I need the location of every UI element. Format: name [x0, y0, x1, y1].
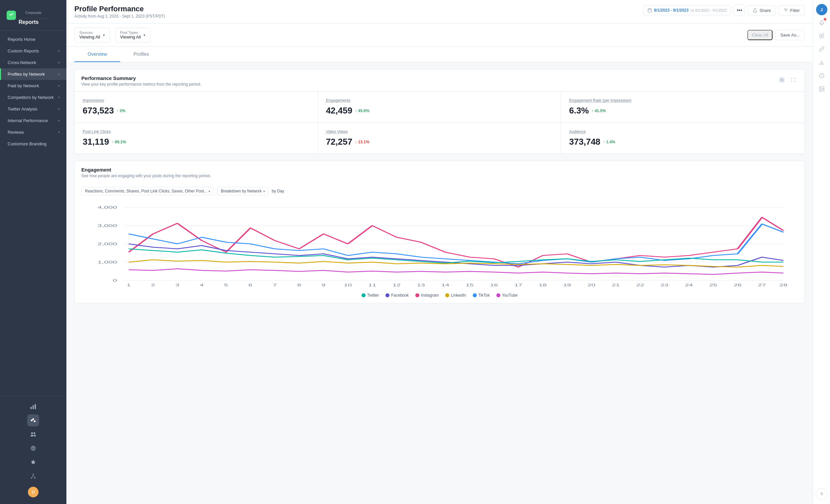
metric-post-link-clicks: Post Link Clicks 31,119 ↑ 89.1% [75, 123, 318, 154]
chevron-icon: ▾ [58, 72, 60, 76]
breakdown-chevron-icon: ▾ [263, 190, 265, 193]
more-options-button[interactable]: ••• [734, 5, 745, 16]
sidebar-item-cross-network[interactable]: Cross-Network ▾ [0, 57, 66, 68]
link-icon [819, 46, 825, 52]
legend-tiktok: TikTok [473, 293, 490, 298]
sidebar-bottom-icons: U [0, 396, 66, 504]
sidebar-item-reports-home[interactable]: Reports Home [0, 34, 66, 45]
save-as-button[interactable]: Save As... [775, 30, 805, 40]
nav-label-competitors-by-network: Competitors by Network [8, 95, 54, 100]
tab-overview[interactable]: Overview [74, 47, 120, 62]
sidebar-item-profiles-by-network[interactable]: Profiles by Network ▾ [0, 68, 66, 80]
metric-engagement-rate-label: Engagement Rate (per Impression) [569, 98, 796, 103]
post-types-label: Post Types [120, 31, 141, 34]
youtube-legend-dot [496, 293, 500, 297]
right-rail-help-button[interactable]: ? [816, 488, 828, 500]
sidebar-item-paid-by-network[interactable]: Paid by Network ▾ [0, 80, 66, 92]
svg-text:11: 11 [368, 283, 376, 287]
svg-text:12: 12 [393, 283, 401, 287]
sidebar-nav: Reports Home Custom Reports ▾ Cross-Netw… [0, 31, 66, 396]
svg-text:20: 20 [588, 283, 596, 287]
breakdown-dropdown[interactable]: Breakdown by Network ▾ [217, 187, 268, 195]
engagement-subtitle: See how people are engaging with your po… [81, 173, 211, 178]
nav-label-internal-performance: Internal Performance [8, 118, 48, 123]
calendar-icon [647, 8, 652, 12]
svg-rect-14 [782, 80, 784, 82]
metric-video-views-value: 72,257 ↓ 13.1% [326, 137, 553, 147]
svg-point-7 [33, 474, 34, 475]
sources-dropdown[interactable]: Sources Viewing All ▾ [74, 28, 110, 42]
svg-text:23: 23 [661, 283, 669, 287]
right-rail-edit-button[interactable] [816, 30, 828, 42]
metric-engagements-change: ↑ 45.6% [355, 108, 369, 113]
metrics-dropdown-value: Reactions, Comments, Shares, Post Link C… [85, 189, 207, 194]
date-range-button[interactable]: 8/1/2023 - 9/1/2023 vs 8/1/2022 - 9/1/20… [643, 5, 731, 15]
grid-view-button[interactable] [777, 75, 787, 85]
metrics-grid: Impressions 673,523 ↑ 3% Engagements 42,… [75, 91, 804, 154]
brand-label: Corporate [19, 5, 48, 19]
right-rail-clock-button[interactable] [816, 70, 828, 81]
sidebar-item-twitter-analysis[interactable]: Twitter Analysis ▾ [0, 103, 66, 115]
tab-profiles[interactable]: Profiles [120, 47, 162, 62]
metric-audience-change: ↑ 1.4% [603, 140, 615, 144]
nav-label-cross-network: Cross-Network [8, 60, 36, 65]
sidebar-chart-icon[interactable] [27, 401, 39, 412]
nav-label-profiles-by-network: Profiles by Network [8, 72, 45, 77]
svg-text:25: 25 [709, 283, 717, 287]
sidebar-globe-icon[interactable] [27, 442, 39, 454]
post-types-dropdown[interactable]: Post Types Viewing All ▾ [115, 28, 151, 42]
sidebar-bar-chart-icon[interactable] [27, 414, 39, 426]
metric-engagements: Engagements 42,459 ↑ 45.6% [318, 92, 562, 123]
sidebar-item-customize-branding[interactable]: Customize Branding [0, 138, 66, 149]
sidebar-item-internal-performance[interactable]: Internal Performance ▾ [0, 115, 66, 126]
ellipsis-icon: ••• [737, 7, 742, 13]
svg-rect-2 [35, 404, 36, 409]
performance-summary-card: Performance Summary View your key profil… [74, 69, 805, 154]
svg-point-5 [34, 421, 35, 422]
metrics-dropdown[interactable]: Reactions, Comments, Shares, Post Link C… [81, 187, 214, 195]
performance-summary-title: Performance Summary [81, 75, 201, 81]
right-rail-download-button[interactable] [816, 57, 828, 68]
sidebar-item-custom-reports[interactable]: Custom Reports ▾ [0, 45, 66, 57]
linkedin-legend-dot [445, 293, 449, 297]
svg-rect-12 [782, 78, 784, 80]
right-rail-avatar[interactable]: J [816, 4, 827, 15]
top-header: Profile Performance Activity from Aug 1,… [66, 0, 813, 24]
svg-point-3 [31, 419, 33, 421]
right-rail-link-button[interactable] [816, 43, 828, 55]
sidebar-star-icon[interactable] [27, 456, 39, 468]
metric-impressions-label: Impressions [83, 98, 310, 103]
main-area: Profile Performance Activity from Aug 1,… [66, 0, 813, 504]
performance-summary-title-group: Performance Summary View your key profil… [81, 75, 201, 87]
expand-button[interactable] [789, 75, 798, 85]
engagement-header: Engagement See how people are engaging w… [75, 161, 804, 183]
svg-text:1: 1 [127, 283, 130, 287]
metric-post-link-clicks-change: ↑ 89.1% [112, 140, 126, 144]
svg-text:4: 4 [200, 283, 204, 287]
sidebar-item-reviews[interactable]: Reviews ▾ [0, 126, 66, 138]
page-subtitle: Activity from Aug 1, 2023 - Sept 1, 2023… [74, 14, 165, 19]
right-rail-bell-button[interactable] [816, 16, 828, 29]
sidebar-people-icon[interactable] [27, 428, 39, 440]
share-button[interactable]: Share [748, 5, 776, 15]
instagram-legend-label: Instagram [421, 293, 439, 298]
svg-text:2: 2 [151, 283, 155, 287]
chart-area: 4,000 3,000 2,000 1,000 0 1 2 3 4 5 6 7 … [75, 195, 804, 288]
svg-text:5: 5 [224, 283, 228, 287]
page-title: Profile Performance [74, 5, 165, 13]
filter-icon [784, 8, 788, 12]
user-avatar[interactable]: U [28, 487, 38, 497]
filter-button[interactable]: Filter [778, 5, 805, 15]
svg-text:3: 3 [175, 283, 179, 287]
svg-text:26: 26 [734, 283, 742, 287]
sidebar-connections-icon[interactable] [27, 470, 39, 482]
sidebar-item-competitors-by-network[interactable]: Competitors by Network ▾ [0, 92, 66, 103]
chevron-icon: ▾ [58, 61, 60, 64]
metric-engagements-label: Engagements [326, 98, 553, 103]
clear-all-button[interactable]: Clear All [747, 30, 772, 40]
chevron-icon: ▾ [58, 84, 60, 88]
sources-value: Viewing All [79, 34, 100, 39]
right-rail-image-button[interactable] [816, 83, 828, 95]
linkedin-legend-label: LinkedIn [451, 293, 466, 298]
svg-text:6: 6 [248, 283, 252, 287]
